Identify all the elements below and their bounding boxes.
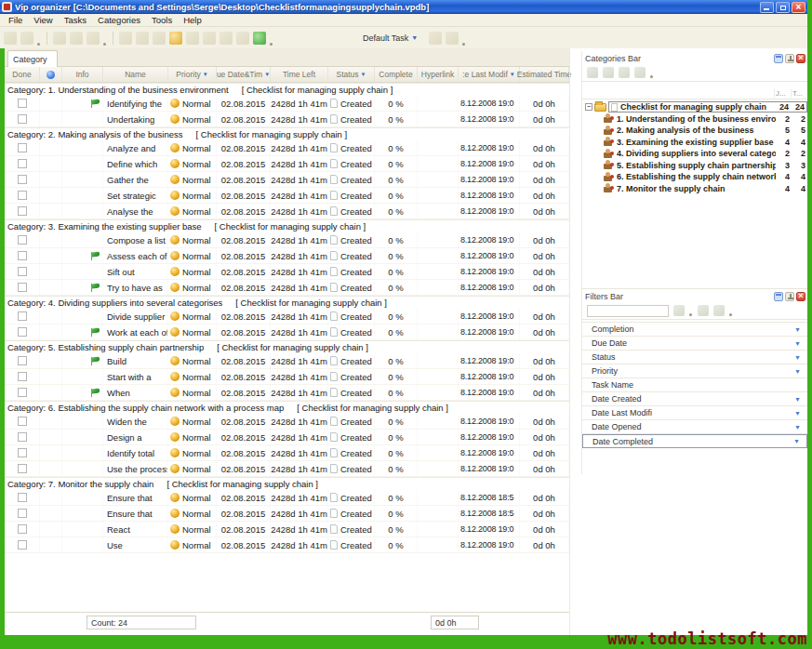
indent-icon[interactable] — [220, 32, 233, 45]
tree-category-item[interactable]: 6. Establishing the supply chain network… — [582, 171, 807, 183]
menu-help[interactable]: Help — [178, 14, 207, 26]
task-row[interactable]: Widen theNormal02.08.20152428d 1h 41mCre… — [5, 414, 569, 430]
restore-button[interactable] — [776, 2, 790, 13]
task-row[interactable]: Use the processNormal02.08.20152428d 1h … — [5, 461, 569, 477]
filter-item-date-created[interactable]: Date Created▼ — [582, 392, 807, 406]
category-group-row[interactable]: Category: 6. Establishing the supply cha… — [5, 401, 569, 414]
move-up-icon[interactable] — [186, 32, 199, 45]
sort-chevron-icon[interactable]: ▼ — [264, 72, 270, 77]
chevron-down-icon[interactable]: ▼ — [794, 424, 807, 430]
done-checkbox[interactable] — [18, 356, 27, 365]
tree-category-item[interactable]: 5. Establishing supply chain partnership… — [582, 160, 807, 172]
filter-item-priority[interactable]: Priority▼ — [582, 364, 807, 378]
chevron-down-icon[interactable]: ▼ — [794, 368, 807, 375]
toolbar-dropdown-dot[interactable] — [37, 43, 40, 46]
task-row[interactable]: Identifying theNormal02.08.20152428d 1h … — [5, 96, 569, 112]
task-row[interactable]: Work at each ofNormal02.08.20152428d 1h … — [5, 324, 569, 340]
toolbar-dropdown-dot[interactable] — [650, 75, 653, 78]
category-group-row[interactable]: Category: 2. Making analysis of the busi… — [5, 127, 569, 140]
filter-item-task-name[interactable]: Task Name — [582, 378, 807, 392]
tree-category-item[interactable]: 4. Dividing suppliers into several categ… — [582, 148, 807, 160]
sort-chevron-icon[interactable]: ▼ — [203, 72, 208, 77]
done-checkbox[interactable] — [18, 175, 27, 184]
panel-close-icon[interactable] — [796, 292, 805, 301]
toolbar-dropdown-dot[interactable] — [270, 43, 273, 46]
column-header-complete[interactable]: Complete — [375, 67, 418, 82]
filter-item-completion[interactable]: Completion▼ — [582, 323, 807, 337]
chevron-down-icon[interactable]: ▼ — [794, 396, 807, 403]
task-type-combo[interactable]: Default Task ▼ — [363, 33, 418, 43]
tree-category-item[interactable]: 7. Monitor the supply chain44 — [582, 183, 807, 195]
done-checkbox[interactable] — [18, 235, 27, 245]
menu-view[interactable]: View — [28, 14, 58, 26]
column-header-done[interactable]: Done — [5, 67, 40, 82]
panel-close-icon[interactable] — [796, 54, 805, 63]
done-checkbox[interactable] — [18, 114, 27, 124]
done-checkbox[interactable] — [18, 464, 27, 473]
column-header-info[interactable]: Info — [62, 67, 103, 82]
chevron-down-icon[interactable]: ▼ — [794, 326, 807, 333]
column-header--e-last-modif[interactable]: :e Last Modif▼ — [459, 67, 520, 82]
done-checkbox[interactable] — [18, 448, 27, 457]
done-checkbox[interactable] — [18, 372, 27, 381]
filter-item-date-opened[interactable]: Date Opened▼ — [582, 420, 807, 434]
toolbar-dropdown-dot[interactable] — [462, 43, 465, 46]
clear-filter-icon[interactable] — [698, 305, 709, 316]
task-row[interactable]: UndertakingNormal02.08.20152428d 1h 41mC… — [5, 112, 569, 127]
menu-tools[interactable]: Tools — [146, 14, 178, 26]
chevron-down-icon[interactable]: ▼ — [794, 354, 807, 361]
task-row[interactable]: Ensure thatNormal02.08.20152428d 1h 41mC… — [5, 506, 569, 522]
column-header-status[interactable]: Status▼ — [328, 67, 375, 82]
column-header-hyperlink[interactable]: Hyperlink — [418, 67, 459, 82]
go-flag-icon[interactable] — [253, 32, 266, 45]
done-checkbox[interactable] — [18, 206, 27, 216]
task-row[interactable]: Sift outNormal02.08.20152428d 1h 41mCrea… — [5, 264, 569, 280]
edit-icon[interactable] — [53, 32, 66, 45]
new-note-icon[interactable] — [20, 32, 33, 45]
task-row[interactable]: ReactNormal02.08.20152428d 1h 41mCreated… — [5, 522, 569, 537]
new-category-icon[interactable] — [587, 67, 598, 78]
task-row[interactable]: WhenNormal02.08.20152428d 1h 41mCreated0… — [5, 385, 569, 401]
task-row[interactable]: Analyze andNormal02.08.20152428d 1h 41mC… — [5, 140, 569, 156]
done-checkbox[interactable] — [18, 143, 27, 152]
task-row[interactable]: UseNormal02.08.20152428d 1h 41mCreated0 … — [5, 537, 569, 553]
category-group-row[interactable]: Category: 1. Understanding of the busine… — [5, 83, 569, 96]
move-down-icon[interactable] — [203, 32, 216, 45]
task-row[interactable]: Gather theNormal02.08.20152428d 1h 41mCr… — [5, 172, 569, 188]
task-row[interactable]: Ensure thatNormal02.08.20152428d 1h 41mC… — [5, 490, 569, 506]
new-task-icon[interactable] — [4, 32, 17, 45]
filter-item-date-completed[interactable]: Date Completed▼ — [582, 434, 807, 448]
task-row[interactable]: BuildNormal02.08.20152428d 1h 41mCreated… — [5, 353, 569, 369]
filter-item-date-last-modifi[interactable]: Date Last Modifi▼ — [582, 406, 807, 420]
done-checkbox[interactable] — [18, 509, 27, 518]
done-checkbox[interactable] — [18, 417, 27, 426]
done-checkbox[interactable] — [18, 191, 27, 200]
filter-item-status[interactable]: Status▼ — [582, 351, 807, 364]
task-row[interactable]: Set strategicNormal02.08.20152428d 1h 41… — [5, 188, 569, 204]
panel-window-icon[interactable] — [774, 292, 783, 301]
clear-type-icon[interactable] — [446, 32, 459, 45]
sort-chevron-icon[interactable]: ▼ — [361, 72, 366, 77]
menu-tasks[interactable]: Tasks — [59, 14, 92, 26]
column-header-name[interactable]: Name — [103, 67, 168, 82]
task-row[interactable]: Try to have asNormal02.08.20152428d 1h 4… — [5, 280, 569, 296]
remove-filter-icon[interactable] — [713, 305, 725, 316]
done-checkbox[interactable] — [18, 327, 27, 337]
copy-icon[interactable] — [153, 32, 166, 45]
toolbar-dropdown-dot[interactable] — [729, 313, 732, 316]
sort-categories-icon[interactable] — [634, 67, 646, 78]
task-row[interactable]: Start with aNormal02.08.20152428d 1h 41m… — [5, 369, 569, 385]
done-checkbox[interactable] — [18, 311, 27, 321]
delete-category-icon[interactable] — [619, 67, 630, 78]
task-row[interactable]: Design aNormal02.08.20152428d 1h 41mCrea… — [5, 430, 569, 445]
tree-category-item[interactable]: 1. Understanding of the business environ… — [582, 113, 807, 126]
done-checkbox[interactable] — [18, 283, 27, 292]
chevron-down-icon[interactable]: ▼ — [794, 340, 807, 347]
task-row[interactable]: Analyse theNormal02.08.20152428d 1h 41mC… — [5, 204, 569, 219]
apply-type-icon[interactable] — [429, 32, 442, 45]
done-checkbox[interactable] — [18, 432, 27, 442]
complete-task-icon[interactable] — [169, 32, 182, 45]
tree-category-item[interactable]: 2. Making analysis of the business55 — [582, 125, 807, 137]
column-header-time-left[interactable]: Time Left — [271, 67, 328, 82]
done-checkbox[interactable] — [18, 540, 27, 550]
